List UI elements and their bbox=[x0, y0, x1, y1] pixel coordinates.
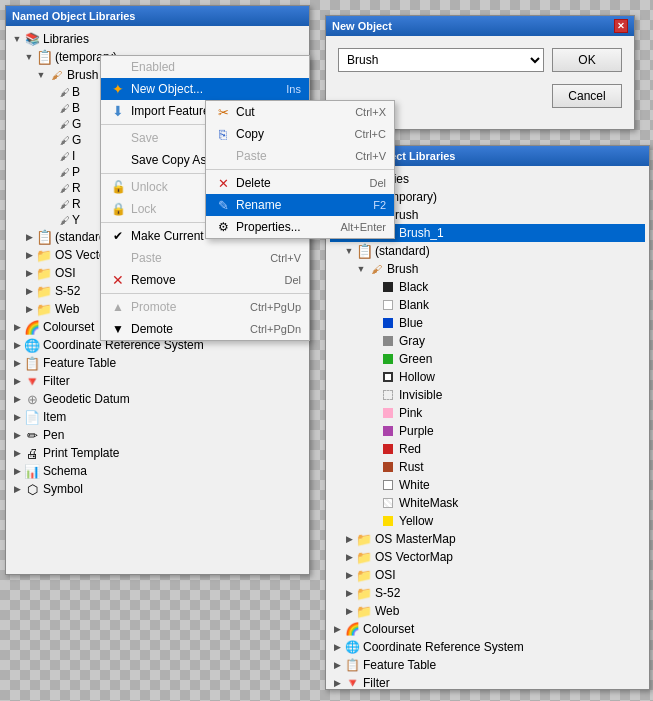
right-brush-pink[interactable]: Pink bbox=[330, 404, 645, 422]
b2-label: B bbox=[72, 101, 80, 115]
new-object-close-button[interactable]: ✕ bbox=[614, 19, 628, 33]
right-osi[interactable]: ▶ 📁 OSI bbox=[330, 566, 645, 584]
right-brush-std-toggle[interactable]: ▼ bbox=[354, 262, 368, 276]
ft-icon: 📋 bbox=[24, 355, 40, 371]
left-pen[interactable]: ▶ ✏ Pen bbox=[10, 426, 305, 444]
osvm-toggle[interactable]: ▶ bbox=[22, 248, 36, 262]
geodetic-toggle[interactable]: ▶ bbox=[10, 392, 24, 406]
right-osmastermap[interactable]: ▶ 📁 OS MasterMap bbox=[330, 530, 645, 548]
web-toggle[interactable]: ▶ bbox=[22, 302, 36, 316]
right-brush-hollow[interactable]: Hollow bbox=[330, 368, 645, 386]
right-brush-blue[interactable]: Blue bbox=[330, 314, 645, 332]
right-standard-item[interactable]: ▼ 📋 (standard) bbox=[330, 242, 645, 260]
r-ft-label: Feature Table bbox=[363, 658, 436, 672]
item-label: Item bbox=[43, 410, 66, 424]
r-osvm-label: OS VectorMap bbox=[375, 550, 453, 564]
left-schema[interactable]: ▶ 📊 Schema bbox=[10, 462, 305, 480]
left-symbol[interactable]: ▶ ⬡ Symbol bbox=[10, 480, 305, 498]
purple-icon bbox=[380, 423, 396, 439]
copy-icon: ⎘ bbox=[214, 125, 232, 143]
pen-toggle[interactable]: ▶ bbox=[10, 428, 24, 442]
delete-shortcut: Del bbox=[369, 177, 386, 189]
cut-label: Cut bbox=[236, 105, 347, 119]
r-sep1 bbox=[206, 169, 394, 170]
left-standard-toggle[interactable]: ▶ bbox=[22, 230, 36, 244]
make-current-icon: ✔ bbox=[109, 227, 127, 245]
right-standard-icon: 📋 bbox=[356, 243, 372, 259]
right-brush-yellow[interactable]: Yellow bbox=[330, 512, 645, 530]
purple-label: Purple bbox=[399, 424, 434, 438]
crs-toggle[interactable]: ▶ bbox=[10, 338, 24, 352]
delete-label: Delete bbox=[236, 176, 361, 190]
pt-icon: 🖨 bbox=[24, 445, 40, 461]
right-brush-white[interactable]: White bbox=[330, 476, 645, 494]
left-filter[interactable]: ▶ 🔻 Filter bbox=[10, 372, 305, 390]
osvm-icon: 📁 bbox=[36, 247, 52, 263]
right-brush-blank[interactable]: Blank bbox=[330, 296, 645, 314]
right-brush-whitemask[interactable]: WhiteMask bbox=[330, 494, 645, 512]
schema-toggle[interactable]: ▶ bbox=[10, 464, 24, 478]
promote-icon: ▲ bbox=[109, 298, 127, 316]
r-filter-icon: 🔻 bbox=[344, 675, 360, 689]
left-temporary-toggle[interactable]: ▼ bbox=[22, 50, 36, 64]
right-brush-std-item[interactable]: ▼ 🖌 Brush bbox=[330, 260, 645, 278]
item-toggle[interactable]: ▶ bbox=[10, 410, 24, 424]
blank-label: Blank bbox=[399, 298, 429, 312]
right-brush-invisible[interactable]: Invisible bbox=[330, 386, 645, 404]
menu-rename[interactable]: ✎ Rename F2 bbox=[206, 194, 394, 216]
left-feature-table[interactable]: ▶ 📋 Feature Table bbox=[10, 354, 305, 372]
pt-toggle[interactable]: ▶ bbox=[10, 446, 24, 460]
copy-label: Copy bbox=[236, 127, 347, 141]
left-brush-temp-toggle[interactable]: ▼ bbox=[34, 68, 48, 82]
hollow-icon bbox=[380, 369, 396, 385]
right-brush-red[interactable]: Red bbox=[330, 440, 645, 458]
menu-delete[interactable]: ✕ Delete Del bbox=[206, 172, 394, 194]
right-brush-black[interactable]: Black bbox=[330, 278, 645, 296]
left-item[interactable]: ▶ 📄 Item bbox=[10, 408, 305, 426]
i1-icon: 🖌 bbox=[60, 151, 70, 162]
osi-icon: 📁 bbox=[36, 265, 52, 281]
colourset-toggle[interactable]: ▶ bbox=[10, 320, 24, 334]
menu-cut[interactable]: ✂ Cut Ctrl+X bbox=[206, 101, 394, 123]
right-standard-toggle[interactable]: ▼ bbox=[342, 244, 356, 258]
pink-label: Pink bbox=[399, 406, 422, 420]
ft-toggle[interactable]: ▶ bbox=[10, 356, 24, 370]
menu-demote[interactable]: ▼ Demote Ctrl+PgDn bbox=[101, 318, 309, 340]
ok-button[interactable]: OK bbox=[552, 48, 622, 72]
right-brush-gray[interactable]: Gray bbox=[330, 332, 645, 350]
item-icon: 📄 bbox=[24, 409, 40, 425]
right-feature-table[interactable]: ▶ 📋 Feature Table bbox=[330, 656, 645, 674]
symbol-toggle[interactable]: ▶ bbox=[10, 482, 24, 496]
right-filter[interactable]: ▶ 🔻 Filter bbox=[330, 674, 645, 689]
left-libraries-toggle[interactable]: ▼ bbox=[10, 32, 24, 46]
right-web[interactable]: ▶ 📁 Web bbox=[330, 602, 645, 620]
left-brush-temp-icon: 🖌 bbox=[48, 67, 64, 83]
s52-toggle[interactable]: ▶ bbox=[22, 284, 36, 298]
green-icon bbox=[380, 351, 396, 367]
right-s52[interactable]: ▶ 📁 S-52 bbox=[330, 584, 645, 602]
menu-remove[interactable]: ✕ Remove Del bbox=[101, 269, 309, 291]
menu-new-object[interactable]: ✦ New Object... Ins bbox=[101, 78, 309, 100]
left-temporary-icon: 📋 bbox=[36, 49, 52, 65]
menu-copy[interactable]: ⎘ Copy Ctrl+C bbox=[206, 123, 394, 145]
new-object-icon: ✦ bbox=[109, 80, 127, 98]
y1-label: Y bbox=[72, 213, 80, 227]
menu-properties[interactable]: ⚙ Properties... Alt+Enter bbox=[206, 216, 394, 238]
cancel-button[interactable]: Cancel bbox=[552, 84, 622, 108]
right-brush-rust[interactable]: Rust bbox=[330, 458, 645, 476]
sep4 bbox=[101, 293, 309, 294]
left-geodetic[interactable]: ▶ ⊕ Geodetic Datum bbox=[10, 390, 305, 408]
right-crs[interactable]: ▶ 🌐 Coordinate Reference System bbox=[330, 638, 645, 656]
blank-icon bbox=[380, 297, 396, 313]
right-brush-green[interactable]: Green bbox=[330, 350, 645, 368]
r-paste-icon bbox=[214, 147, 232, 165]
left-print-template[interactable]: ▶ 🖨 Print Template bbox=[10, 444, 305, 462]
osi-toggle[interactable]: ▶ bbox=[22, 266, 36, 280]
right-osvectormap[interactable]: ▶ 📁 OS VectorMap bbox=[330, 548, 645, 566]
right-brush-purple[interactable]: Purple bbox=[330, 422, 645, 440]
nol-left-titlebar: Named Object Libraries bbox=[6, 6, 309, 26]
right-colourset[interactable]: ▶ 🌈 Colourset bbox=[330, 620, 645, 638]
left-standard-label: (standard bbox=[55, 230, 106, 244]
filter-toggle[interactable]: ▶ bbox=[10, 374, 24, 388]
object-type-select[interactable]: Brush bbox=[338, 48, 544, 72]
